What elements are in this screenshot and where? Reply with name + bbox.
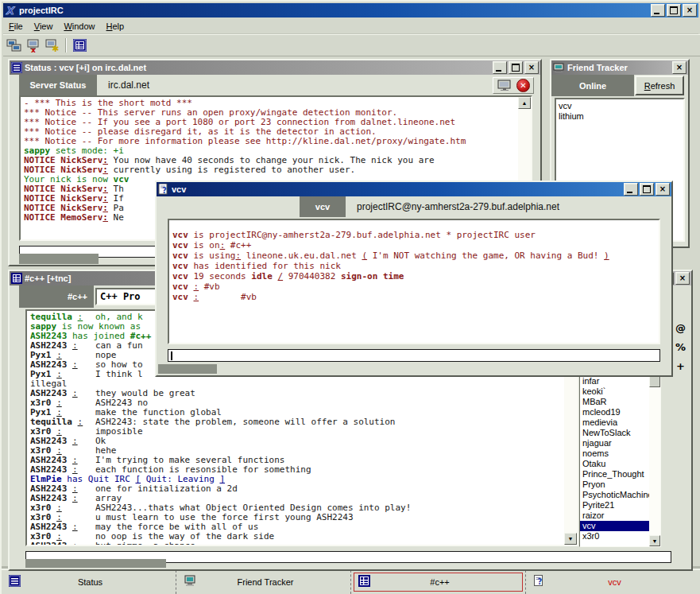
- disconnect-icon[interactable]: x: [24, 37, 43, 54]
- taskbar-label: vcv: [545, 577, 684, 587]
- whois-close-button[interactable]: ×: [656, 183, 670, 196]
- user-list-item[interactable]: infar: [580, 376, 660, 386]
- friend-tracker-titlebar[interactable]: Friend Tracker ×: [551, 60, 688, 75]
- text-line: vcv is using: lineone.uk.eu.dal.net ( I'…: [172, 250, 656, 261]
- friend-list-item[interactable]: vcv: [556, 101, 683, 111]
- whois-maximize-button[interactable]: [640, 183, 654, 196]
- chat-line: Pyx1 :make the function global: [30, 408, 560, 417]
- taskbar-label: Friend Tracker: [196, 577, 335, 587]
- chat-nick: Pyx1 :: [30, 351, 95, 360]
- user-list-item[interactable]: MBaR: [580, 397, 660, 407]
- status-close-button[interactable]: ×: [524, 61, 539, 74]
- svg-text:✱: ✱: [52, 44, 59, 52]
- menu-help[interactable]: Help: [101, 20, 130, 33]
- taskbar-vcv[interactable]: ? vcv: [525, 570, 700, 594]
- whois-text-area[interactable]: vcv is projectIRC@ny-amherst2a-279.buf.a…: [168, 219, 660, 344]
- scroll-thumb[interactable]: [649, 376, 660, 387]
- maximize-button[interactable]: [667, 4, 681, 17]
- text-line: *** Notice -- please disregard it, as it…: [24, 127, 514, 137]
- user-list-scrollbar[interactable]: ▼: [649, 375, 660, 546]
- refresh-button[interactable]: Refresh: [635, 76, 684, 95]
- scroll-up-icon[interactable]: ▲: [518, 97, 531, 109]
- scroll-down-icon[interactable]: ▼: [564, 533, 577, 545]
- chat-line: x3r0 :hehe: [30, 446, 560, 456]
- user-list[interactable]: ▼ infarkeoki`MBaRmcleod19medieviaNewToSl…: [579, 374, 661, 547]
- whois-titlebar[interactable]: ? vcv ×: [157, 182, 671, 196]
- svg-text:X: X: [6, 5, 16, 16]
- text-line: - *** This is the short motd ***: [24, 99, 514, 108]
- toolbar: x ✱: [3, 34, 700, 56]
- text-line: vcv : #vb: [172, 281, 656, 292]
- chat-line: x3r0 :no oop is the way of the dark side: [30, 532, 560, 542]
- halfop-mode-button[interactable]: %: [675, 341, 686, 353]
- menu-view[interactable]: View: [29, 20, 59, 33]
- user-list-item[interactable]: mcleod19: [580, 407, 660, 417]
- main-titlebar[interactable]: X projectIRC ×: [3, 3, 698, 17]
- user-list-item[interactable]: raizor: [580, 511, 660, 521]
- chat-nick: ASH2243 :: [30, 456, 95, 465]
- chat-nick: x3r0 :: [30, 446, 95, 456]
- menubar: File View Window Help: [3, 18, 698, 34]
- computer-icon: [553, 63, 565, 73]
- chat-nick: ASH2243 :: [30, 360, 95, 370]
- user-list-item[interactable]: medievia: [580, 417, 660, 428]
- user-list-item[interactable]: NewToSlack: [580, 428, 660, 438]
- status-minimize-button[interactable]: [493, 61, 507, 74]
- status-maximize-button[interactable]: [509, 61, 523, 74]
- taskbar-channel[interactable]: #c++: [350, 570, 525, 594]
- whois-minimize-button[interactable]: [624, 183, 638, 196]
- user-list-item[interactable]: PsychoticMachines: [580, 490, 660, 500]
- voice-mode-button[interactable]: +: [676, 360, 685, 372]
- status-connection-tools: ✕: [493, 77, 534, 94]
- channel-resize-grip[interactable]: [25, 559, 166, 568]
- op-mode-button[interactable]: @: [675, 322, 686, 334]
- text-line: *** Notice -- For more information pleas…: [24, 137, 514, 146]
- scroll-down-icon[interactable]: ▼: [649, 535, 660, 546]
- tab-vcv[interactable]: vcv: [300, 196, 346, 217]
- chat-line: ElmPie has Quit IRC [ Quit: Leaving ]: [30, 475, 560, 484]
- close-button[interactable]: ×: [683, 4, 697, 17]
- chat-nick: ASH2243 :: [30, 522, 95, 532]
- toolbar-separator: [65, 38, 67, 52]
- friend-tracker-close-button[interactable]: ×: [672, 61, 686, 74]
- chat-line: ASH2243 :may the force be with all of us: [30, 522, 560, 532]
- user-list-item[interactable]: keoki`: [580, 386, 660, 397]
- online-header: Online: [551, 75, 634, 96]
- taskbar-status[interactable]: Status: [2, 570, 176, 594]
- user-list-item[interactable]: Otaku: [580, 459, 660, 469]
- monitor-icon[interactable]: [497, 80, 512, 91]
- whois-text: vcv is projectIRC@ny-amherst2a-279.buf.a…: [169, 220, 659, 302]
- chat-line: ASH2243 :each function is resonsible for…: [30, 465, 560, 475]
- user-list-item[interactable]: x3r0: [580, 531, 660, 542]
- menu-window[interactable]: Window: [58, 20, 100, 33]
- user-list-item[interactable]: Pyrite21: [580, 500, 660, 511]
- minimize-button[interactable]: [651, 4, 665, 17]
- text-line: sappy sets mode: +i: [24, 146, 514, 156]
- user-list-item[interactable]: Pryon: [580, 479, 660, 490]
- status-titlebar[interactable]: Status : vcv [+i] on irc.dal.net ×: [10, 60, 540, 75]
- active-cell-highlight: [354, 573, 523, 592]
- user-list-item[interactable]: noems: [580, 448, 660, 459]
- taskbar-friend-tracker[interactable]: Friend Tracker: [176, 570, 350, 594]
- chat-line: ASH2243 :array: [30, 494, 560, 503]
- tab-channel[interactable]: #c++: [19, 285, 94, 308]
- friend-list-item[interactable]: lithium: [556, 111, 683, 122]
- whois-host-label: projectIRC@ny-amherst2a-279.buf.adelphia…: [357, 201, 559, 212]
- text-line: vcv 19 seconds idle / 970440382 sign-on …: [172, 271, 656, 281]
- connect-icon[interactable]: [5, 37, 24, 54]
- windows-list-icon[interactable]: [70, 37, 89, 54]
- user-list-item[interactable]: vcv: [580, 521, 660, 531]
- chat-nick: x3r0 :: [30, 532, 95, 542]
- status-resize-grip[interactable]: [19, 254, 99, 264]
- whois-resize-grip[interactable]: [158, 364, 217, 374]
- channel-close-button[interactable]: ×: [675, 272, 690, 285]
- tab-server-status[interactable]: Server Status: [19, 75, 97, 95]
- menu-file[interactable]: File: [3, 20, 29, 33]
- query-doc-icon: ?: [533, 575, 545, 590]
- text-line: NOTICE NickServ: currently using is regi…: [24, 165, 514, 175]
- whois-input[interactable]: [168, 349, 660, 362]
- disconnect-x-button[interactable]: ✕: [516, 79, 530, 92]
- user-list-item[interactable]: Prince_Thought: [580, 469, 660, 479]
- user-list-item[interactable]: njaguar: [580, 438, 660, 448]
- setup-icon[interactable]: ✱: [43, 37, 62, 54]
